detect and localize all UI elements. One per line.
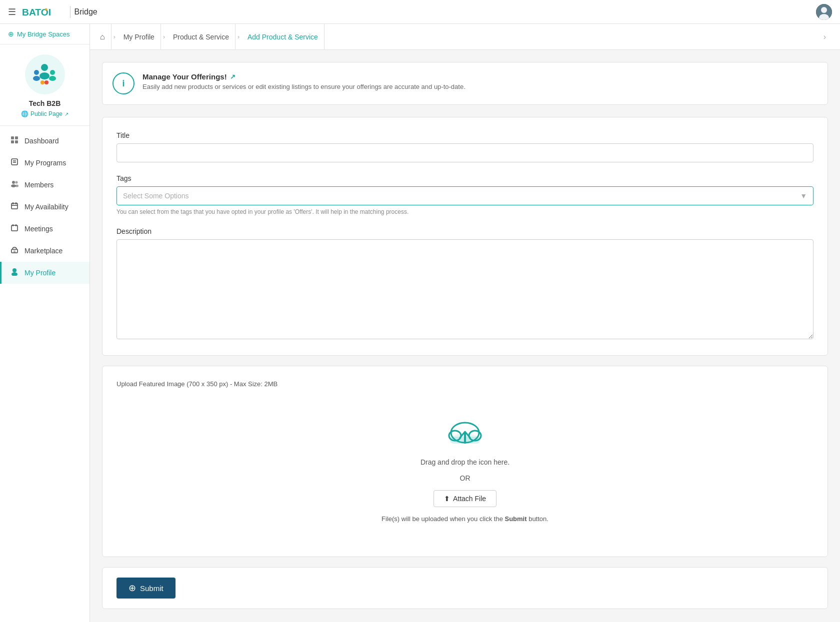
upload-section: Upload Featured Image (700 x 350 px) - M… — [102, 366, 828, 557]
submit-button[interactable]: ⊕ Submit — [116, 578, 176, 599]
home-icon: ⌂ — [100, 32, 105, 41]
my-programs-icon — [10, 158, 20, 168]
nav-left: ☰ BATOI Bridge — [8, 5, 98, 19]
availability-label: My Availability — [24, 203, 68, 211]
batoi-logo: BATOI — [22, 5, 66, 19]
info-content: Manage Your Offerings! ↗ Easily add new … — [142, 72, 466, 90]
sidebar-item-dashboard[interactable]: Dashboard — [0, 130, 90, 152]
public-page-link[interactable]: 🌐 Public Page ↗ — [21, 110, 68, 117]
sidebar-nav: Dashboard My Programs Members My Availab… — [0, 126, 90, 288]
svg-point-10 — [50, 70, 55, 75]
svg-rect-33 — [14, 250, 16, 253]
sidebar-item-my-profile[interactable]: My Profile — [0, 262, 90, 284]
description-textarea[interactable] — [116, 239, 814, 339]
submit-area: ⊕ Submit — [102, 567, 828, 609]
breadcrumb-chevron-2: › — [163, 33, 165, 40]
my-profile-icon — [10, 268, 20, 278]
avatar[interactable] — [816, 4, 832, 20]
breadcrumb-bar: ⌂ › My Profile › Product & Service › Add… — [90, 24, 840, 50]
dashboard-icon — [10, 136, 20, 146]
breadcrumb-add-product-label: Add Product & Service — [248, 33, 318, 41]
org-logo-svg — [28, 58, 61, 91]
meetings-label: Meetings — [24, 225, 53, 233]
members-icon — [10, 180, 20, 190]
my-profile-label: My Profile — [24, 269, 56, 277]
members-label: Members — [24, 181, 54, 189]
svg-rect-17 — [15, 140, 18, 143]
sidebar-item-marketplace[interactable]: Marketplace — [0, 240, 90, 262]
ext-link-icon: ↗ — [64, 111, 68, 117]
cloud-upload-icon — [445, 418, 485, 450]
breadcrumb-add-product-service[interactable]: Add Product & Service — [242, 24, 324, 49]
svg-point-8 — [34, 70, 39, 75]
breadcrumb-product-service[interactable]: Product & Service — [167, 24, 236, 49]
form-card: Title Tags Select Some Options ▼ You can… — [102, 117, 828, 356]
svg-rect-25 — [12, 203, 18, 209]
description-label: Description — [116, 227, 814, 235]
breadcrumb-product-service-label: Product & Service — [173, 33, 229, 41]
org-name: Tech B2B — [29, 99, 61, 107]
bridge-text: Bridge — [74, 7, 98, 16]
svg-point-6 — [41, 64, 48, 71]
svg-point-3 — [821, 7, 827, 13]
upload-label: Upload Featured Image (700 x 350 px) - M… — [116, 380, 814, 388]
form-area: i Manage Your Offerings! ↗ Easily add ne… — [90, 50, 840, 622]
logo-divider — [70, 6, 70, 18]
svg-point-35 — [12, 272, 18, 276]
upload-note: File(s) will be uploaded when you click … — [382, 515, 548, 523]
tags-label: Tags — [116, 174, 814, 182]
svg-rect-29 — [12, 225, 18, 231]
sidebar: ⊕ My Bridge Spaces Tech B2 — [0, 24, 90, 622]
info-title: Manage Your Offerings! ↗ — [142, 72, 466, 81]
top-nav: ☰ BATOI Bridge — [0, 0, 840, 24]
submit-icon: ⊕ — [128, 583, 136, 594]
attach-file-button[interactable]: ⬆ Attach File — [434, 490, 496, 507]
marketplace-icon — [10, 246, 20, 256]
nav-right — [816, 4, 832, 20]
spaces-icon: ⊕ — [8, 30, 14, 38]
svg-point-11 — [49, 76, 56, 81]
title-input[interactable] — [116, 143, 814, 162]
svg-point-22 — [11, 184, 16, 187]
info-ext-link-icon[interactable]: ↗ — [230, 73, 236, 80]
attach-icon: ⬆ — [444, 495, 450, 503]
svg-point-7 — [40, 72, 50, 79]
sidebar-item-meetings[interactable]: Meetings — [0, 218, 90, 240]
svg-rect-16 — [11, 140, 14, 143]
svg-rect-18 — [12, 159, 18, 165]
logo-area: BATOI Bridge — [22, 5, 98, 19]
tags-group: Tags Select Some Options ▼ You can selec… — [116, 174, 814, 215]
tags-placeholder: Select Some Options — [123, 192, 189, 200]
svg-rect-14 — [11, 136, 14, 139]
globe-icon: 🌐 — [21, 110, 28, 117]
info-icon: i — [112, 72, 134, 94]
svg-point-13 — [44, 80, 48, 84]
svg-point-41 — [451, 434, 479, 444]
main-content: ⌂ › My Profile › Product & Service › Add… — [90, 24, 840, 622]
tags-chevron-icon: ▼ — [800, 192, 807, 200]
breadcrumb-my-profile-label: My Profile — [124, 33, 154, 41]
info-description: Easily add new products or services or e… — [142, 83, 466, 90]
svg-point-23 — [16, 181, 18, 184]
app-body: ⊕ My Bridge Spaces Tech B2 — [0, 24, 840, 622]
my-programs-label: My Programs — [24, 159, 66, 167]
tags-select[interactable]: Select Some Options ▼ — [116, 186, 814, 205]
breadcrumb-chevron-3: › — [238, 33, 240, 40]
sidebar-item-members[interactable]: Members — [0, 174, 90, 196]
meetings-icon — [10, 224, 20, 234]
breadcrumb-my-profile[interactable]: My Profile — [118, 24, 161, 49]
attach-label: Attach File — [453, 495, 486, 503]
dashboard-label: Dashboard — [24, 137, 59, 145]
breadcrumb-home[interactable]: ⌂ — [100, 24, 112, 49]
submit-label: Submit — [140, 584, 164, 593]
drag-text: Drag and drop the icon here. — [420, 458, 510, 466]
breadcrumb-collapse-icon[interactable]: › — [820, 32, 830, 41]
profile-section: Tech B2B 🌐 Public Page ↗ — [0, 44, 90, 126]
sidebar-item-my-programs[interactable]: My Programs — [0, 152, 90, 174]
my-bridge-spaces[interactable]: ⊕ My Bridge Spaces — [0, 24, 90, 44]
availability-icon — [10, 202, 20, 212]
hamburger-icon[interactable]: ☰ — [8, 6, 16, 17]
sidebar-item-my-availability[interactable]: My Availability — [0, 196, 90, 218]
breadcrumb-chevron-1: › — [114, 33, 116, 40]
svg-point-9 — [33, 76, 40, 81]
